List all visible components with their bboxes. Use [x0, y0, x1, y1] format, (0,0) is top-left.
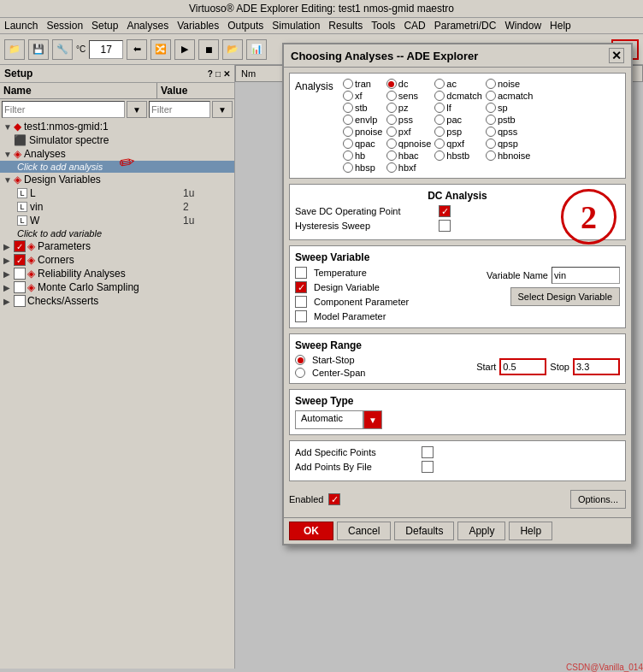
sweep-model-param-checkbox[interactable] — [295, 310, 307, 322]
cancel-button[interactable]: Cancel — [337, 522, 391, 540]
radio-pxf[interactable]: pxf — [386, 127, 432, 137]
radio-qpac[interactable]: qpac — [343, 139, 383, 149]
filter-name-input[interactable] — [2, 101, 125, 118]
menu-analyses[interactable]: Analyses — [127, 20, 168, 32]
tree-item-L[interactable]: L L 1u — [0, 186, 234, 200]
select-design-variable-btn[interactable]: Select Design Variable — [510, 287, 620, 306]
menu-outputs[interactable]: Outputs — [227, 20, 263, 32]
header-icon-question[interactable]: ? — [208, 69, 213, 79]
tree-item-checks[interactable]: ▶ Checks/Asserts — [0, 294, 234, 308]
add-specific-checkbox[interactable] — [422, 446, 434, 458]
radio-acmatch[interactable]: acmatch — [486, 91, 534, 101]
tree-item-test1[interactable]: ▼ ◆ test1:nmos-gmid:1 — [0, 120, 234, 133]
help-button[interactable]: Help — [509, 522, 552, 540]
radio-btn-hb[interactable] — [343, 150, 353, 161]
radio-dc[interactable]: dc — [386, 79, 432, 89]
tree-item-montecarlo[interactable]: ▶ ◈ Monte Carlo Sampling — [0, 280, 234, 294]
radio-btn-hbxf[interactable] — [386, 162, 397, 173]
radio-btn-pz[interactable] — [386, 103, 397, 113]
menu-variables[interactable]: Variables — [177, 20, 219, 32]
radio-btn-tran[interactable] — [343, 79, 353, 89]
toolbar-btn-5[interactable]: 🔀 — [150, 39, 171, 60]
toolbar-btn-6[interactable]: ▶ — [174, 39, 195, 60]
radio-tran[interactable]: tran — [343, 79, 383, 89]
header-icon-expand[interactable]: □ — [215, 69, 221, 79]
dialog-close-btn[interactable]: ✕ — [609, 48, 624, 63]
radio-btn-hbnoise[interactable] — [486, 150, 496, 161]
radio-btn-hbsp[interactable] — [343, 162, 353, 173]
tree-item-reliability[interactable]: ▶ ◈ Reliability Analyses — [0, 267, 234, 280]
radio-qpnoise[interactable]: qpnoise — [386, 139, 432, 149]
radio-hb[interactable]: hb — [343, 150, 383, 161]
options-btn[interactable]: Options... — [570, 490, 626, 509]
radio-btn-pnoise[interactable] — [343, 127, 353, 137]
add-by-file-checkbox[interactable] — [422, 461, 434, 473]
radio-btn-hbstb[interactable] — [434, 150, 445, 161]
radio-qpss[interactable]: qpss — [486, 127, 534, 137]
header-icon-close[interactable]: ✕ — [223, 69, 230, 79]
toolbar-btn-4[interactable]: ⬅ — [127, 39, 147, 60]
checkbox-parameters[interactable]: ✓ — [14, 240, 26, 252]
menu-cad[interactable]: CAD — [404, 20, 425, 32]
radio-xf[interactable]: xf — [343, 91, 383, 101]
menu-session[interactable]: Session — [46, 20, 83, 32]
menu-results[interactable]: Results — [328, 20, 363, 32]
radio-hbsp[interactable]: hbsp — [343, 162, 383, 173]
radio-btn-psp[interactable] — [434, 127, 445, 137]
menu-simulation[interactable]: Simulation — [272, 20, 320, 32]
toolbar-btn-3[interactable]: 🔧 — [52, 39, 73, 60]
tree-item-analyses[interactable]: ▼ ◈ Analyses — [0, 147, 234, 161]
toolbar-btn-2[interactable]: 💾 — [28, 39, 49, 60]
radio-btn-pstb[interactable] — [486, 115, 496, 125]
menu-launch[interactable]: Launch — [4, 20, 38, 32]
start-stop-radio[interactable] — [295, 355, 305, 365]
toolbar-btn-1[interactable]: 📁 — [4, 39, 25, 60]
radio-btn-qpsp[interactable] — [486, 139, 496, 149]
defaults-button[interactable]: Defaults — [394, 522, 454, 540]
sweep-comp-param-checkbox[interactable] — [295, 296, 307, 308]
tree-item-W[interactable]: L W 1u — [0, 214, 234, 227]
radio-qpxf[interactable]: qpxf — [434, 139, 482, 149]
radio-btn-pxf[interactable] — [386, 127, 397, 137]
radio-pnoise[interactable]: pnoise — [343, 127, 383, 137]
checkbox-montecarlo[interactable] — [14, 281, 26, 293]
dc-hysteresis-checkbox[interactable] — [439, 220, 451, 232]
checkbox-corners[interactable]: ✓ — [14, 254, 26, 266]
radio-btn-xf[interactable] — [343, 91, 353, 101]
radio-btn-dcmatch[interactable] — [434, 91, 445, 101]
radio-sp[interactable]: sp — [486, 103, 534, 113]
tree-item-click-analysis[interactable]: Click to add analysis — [0, 161, 234, 173]
radio-btn-dc[interactable] — [386, 79, 397, 89]
tree-item-parameters[interactable]: ▶ ✓ ◈ Parameters — [0, 239, 234, 253]
menu-tools[interactable]: Tools — [371, 20, 395, 32]
menu-window[interactable]: Window — [504, 20, 541, 32]
toolbar-btn-8[interactable]: 📂 — [222, 39, 243, 60]
ok-button[interactable]: OK — [289, 522, 333, 540]
tree-item-design-vars[interactable]: ▼ ◈ Design Variables — [0, 173, 234, 186]
radio-btn-hbac[interactable] — [386, 150, 397, 161]
radio-stb[interactable]: stb — [343, 103, 383, 113]
radio-btn-qpac[interactable] — [343, 139, 353, 149]
sweep-type-value[interactable]: Automatic — [295, 410, 363, 429]
radio-btn-pss[interactable] — [386, 115, 397, 125]
tree-item-vin[interactable]: L vin 2 — [0, 200, 234, 214]
start-input[interactable] — [499, 358, 546, 375]
radio-pz[interactable]: pz — [386, 103, 432, 113]
radio-pss[interactable]: pss — [386, 115, 432, 125]
menu-help[interactable]: Help — [550, 20, 571, 32]
radio-btn-noise[interactable] — [486, 79, 496, 89]
tree-item-click-var[interactable]: Click to add variable — [0, 227, 234, 239]
radio-hbxf[interactable]: hbxf — [386, 162, 432, 173]
sweep-type-dropdown[interactable]: Automatic ▼ — [295, 410, 620, 429]
radio-sens[interactable]: sens — [386, 91, 432, 101]
radio-btn-qpnoise[interactable] — [386, 139, 397, 149]
center-span-radio[interactable] — [295, 368, 305, 378]
radio-btn-sens[interactable] — [386, 91, 397, 101]
stop-input[interactable] — [573, 358, 620, 375]
radio-btn-qpxf[interactable] — [434, 139, 445, 149]
radio-btn-sp[interactable] — [486, 103, 496, 113]
filter-value-btn[interactable]: ▼ — [212, 101, 233, 118]
radio-noise[interactable]: noise — [486, 79, 534, 89]
checkbox-checks[interactable] — [14, 295, 26, 307]
var-name-input[interactable] — [552, 267, 620, 284]
